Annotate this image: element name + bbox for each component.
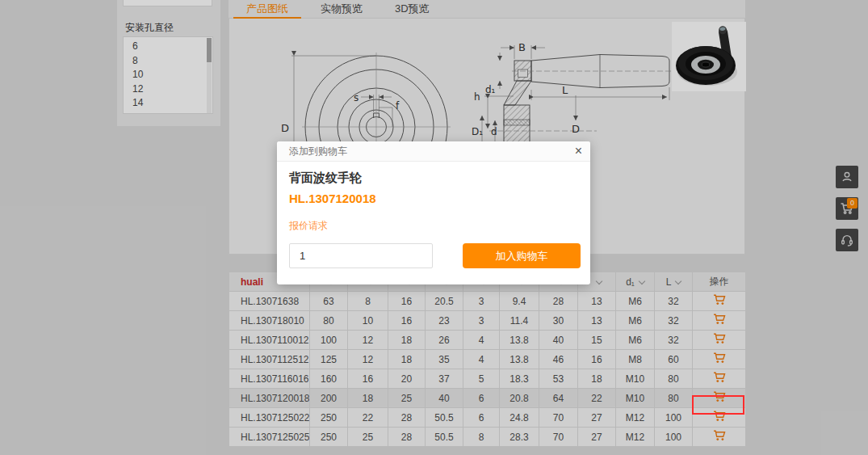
quote-request-link[interactable]: 报价请求	[289, 219, 328, 233]
modal-title: 添加到购物车	[277, 141, 590, 162]
quantity-input[interactable]	[289, 243, 433, 268]
modal-add-to-cart-button[interactable]: 加入购物车	[463, 243, 581, 268]
product-name: 背面波纹手轮	[289, 171, 362, 186]
add-to-cart-modal: 添加到购物车 × 背面波纹手轮 HL.1307120018 报价请求 加入购物车	[277, 141, 590, 284]
target-highlight-rect	[692, 395, 744, 415]
close-icon[interactable]: ×	[575, 144, 582, 158]
product-code: HL.1307120018	[289, 192, 376, 205]
